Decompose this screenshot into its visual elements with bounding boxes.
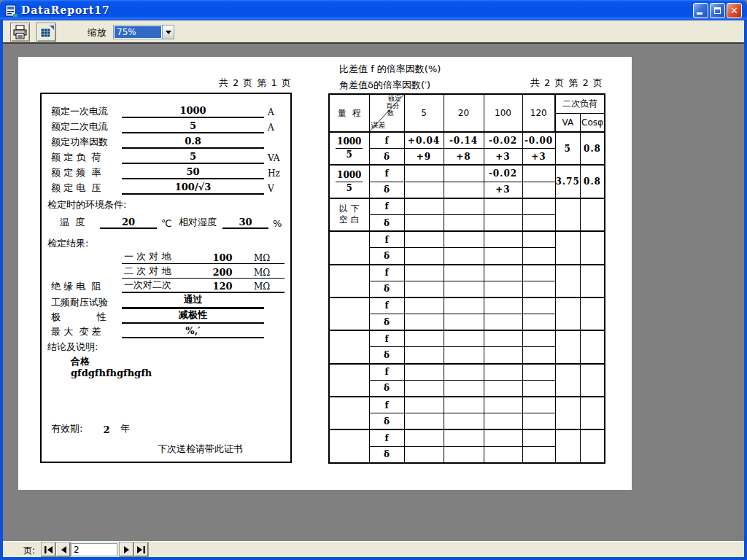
temperature-unit: ℃ [157,218,179,229]
max-variation-row: 最 大 变 差 %,′ [51,324,285,338]
validity-value: 2 [93,424,120,435]
page-label: 页: [23,545,35,557]
f-value-cell [444,364,484,381]
delta-value-cell [404,214,444,231]
burden-header: 二次负荷 [555,94,605,113]
report-paper: 共 2 页 第 1 页 额定一次电流 1000 A 额定二次电流 5 A 额定功… [18,57,632,490]
delta-value-cell: +9 [404,149,444,166]
delta-value-cell [484,347,522,364]
f-value-cell [522,198,555,215]
f-value-cell [404,429,444,446]
f-value-cell [444,165,484,182]
footer-note: 下次送检请带此证书 [107,443,293,456]
page-number-input[interactable] [71,543,117,556]
zoom-dropdown-button[interactable] [162,26,174,39]
delta-row-label: δ [369,380,404,397]
percent-column-header: 100 [484,94,522,132]
field-row: 额定功率因数 0.8 [51,135,285,149]
f-row-label: f [369,231,404,248]
print-button[interactable] [10,23,30,42]
maximize-button[interactable] [710,3,725,18]
window-border-bottom [0,557,747,560]
minimize-icon [697,12,703,15]
range-cell: 以 下空 白 [329,198,369,231]
page2-title-line1: 比差值 f 的倍率因数(%) [339,63,441,76]
error-table-body: 10005f+0.04-0.14-0.02-0.0050.8δ+9+8+3+31… [329,132,605,463]
f-row-label: f [369,298,404,314]
app-window: DataReport17 ✕ [0,0,747,560]
export-icon [39,26,54,39]
f-value-cell [522,265,555,281]
page1-box: 额定一次电流 1000 A 额定二次电流 5 A 额定功率因数 0.8 额 定 … [40,93,292,463]
delta-value-cell [404,182,444,198]
printer-icon [12,25,28,39]
f-value-cell [484,231,522,248]
delta-value-cell [404,380,444,397]
next-page-button[interactable] [120,542,133,556]
page2-indicator: 共 2 页 第 2 页 [328,77,603,90]
last-page-button[interactable] [134,542,148,556]
range-cell [329,330,369,363]
prev-page-button[interactable] [56,542,70,556]
insulation-label: 二 次 对 地 [122,265,191,278]
f-value-cell: -0.14 [444,132,484,149]
f-value-cell [484,265,522,281]
chevron-down-icon [166,31,171,34]
f-value-cell [484,298,522,314]
f-row-label: f [369,330,404,347]
burden-cos-cell [580,397,605,429]
field-unit: A [264,107,285,118]
delta-row-label: δ [369,314,404,331]
f-value-cell [484,330,522,347]
validity-row: 有效期: 2 年 [51,422,130,435]
first-page-button[interactable] [42,542,55,556]
insulation-label: 一次对二次 [122,279,191,292]
toolbar: 缩放 75% [3,20,744,44]
field-unit: A [264,122,285,133]
minimize-button[interactable] [693,3,708,18]
burden-cos-cell [580,231,605,264]
close-button[interactable]: ✕ [727,3,742,18]
validity-unit: 年 [120,422,130,435]
burden-va-cell [555,198,580,231]
export-button[interactable] [36,23,56,42]
percent-column-header: 120 [522,94,555,132]
next-page-icon [124,546,130,553]
f-value-cell [484,397,522,413]
delta-value-cell [522,413,555,430]
zoom-combobox[interactable]: 75% [113,25,174,39]
field-row: 额定一次电流 1000 A [51,104,285,118]
delta-value-cell [404,347,444,364]
f-value-cell [522,397,555,413]
delta-value-cell [522,182,555,198]
delta-value-cell: +3 [484,149,522,166]
field-label: 额定二次电流 [51,120,122,133]
diagonal-header-cell: 额定 百分 数 误差 [369,94,404,132]
delta-value-cell [404,413,444,430]
f-value-cell [444,298,484,314]
last-page-icon [137,546,145,553]
f-value-cell [522,364,555,381]
burden-cos-cell: 0.8 [580,132,605,165]
env-title: 检定时的环境条件: [47,198,126,211]
burden-va-cell [555,364,580,397]
burden-va-header: VA [555,113,580,132]
f-value-cell: +0.04 [404,132,444,149]
delta-value-cell [484,214,522,231]
delta-row-label: δ [369,214,404,231]
delta-value-cell [522,314,555,331]
burden-va-cell: 5 [555,132,580,165]
f-row-label: f [369,198,404,215]
f-value-cell [404,364,444,381]
f-value-cell [444,429,484,446]
burden-cos-cell [580,298,605,330]
range-column-header: 量 程 [329,94,369,132]
field-label: 额 定 负 荷 [51,151,122,164]
range-cell [329,298,369,330]
humidity-unit: % [268,218,285,229]
first-page-icon [44,546,53,553]
delta-value-cell [444,347,484,364]
delta-value-cell [522,214,555,231]
field-label: 额定一次电流 [51,105,122,118]
field-unit: V [264,184,285,195]
